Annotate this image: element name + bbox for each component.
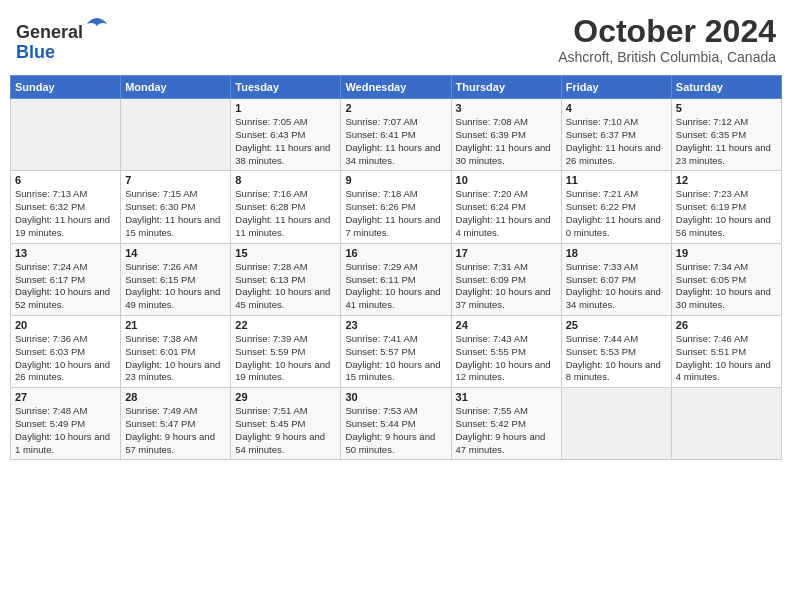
day-info: Sunrise: 7:31 AM Sunset: 6:09 PM Dayligh… (456, 261, 557, 312)
day-number: 30 (345, 391, 446, 403)
day-number: 7 (125, 174, 226, 186)
day-info: Sunrise: 7:12 AM Sunset: 6:35 PM Dayligh… (676, 116, 777, 167)
calendar-cell: 19Sunrise: 7:34 AM Sunset: 6:05 PM Dayli… (671, 243, 781, 315)
day-number: 18 (566, 247, 667, 259)
day-number: 17 (456, 247, 557, 259)
day-number: 10 (456, 174, 557, 186)
day-number: 29 (235, 391, 336, 403)
logo: General Blue (16, 14, 109, 63)
day-info: Sunrise: 7:28 AM Sunset: 6:13 PM Dayligh… (235, 261, 336, 312)
calendar-cell: 10Sunrise: 7:20 AM Sunset: 6:24 PM Dayli… (451, 171, 561, 243)
page-header: General Blue October 2024 Ashcroft, Brit… (10, 10, 782, 69)
day-info: Sunrise: 7:10 AM Sunset: 6:37 PM Dayligh… (566, 116, 667, 167)
calendar-cell: 2Sunrise: 7:07 AM Sunset: 6:41 PM Daylig… (341, 99, 451, 171)
day-info: Sunrise: 7:43 AM Sunset: 5:55 PM Dayligh… (456, 333, 557, 384)
day-info: Sunrise: 7:33 AM Sunset: 6:07 PM Dayligh… (566, 261, 667, 312)
calendar-cell: 8Sunrise: 7:16 AM Sunset: 6:28 PM Daylig… (231, 171, 341, 243)
calendar-cell: 24Sunrise: 7:43 AM Sunset: 5:55 PM Dayli… (451, 315, 561, 387)
calendar-table: SundayMondayTuesdayWednesdayThursdayFrid… (10, 75, 782, 460)
day-number: 14 (125, 247, 226, 259)
day-info: Sunrise: 7:36 AM Sunset: 6:03 PM Dayligh… (15, 333, 116, 384)
calendar-cell: 27Sunrise: 7:48 AM Sunset: 5:49 PM Dayli… (11, 388, 121, 460)
calendar-cell: 11Sunrise: 7:21 AM Sunset: 6:22 PM Dayli… (561, 171, 671, 243)
weekday-header: Friday (561, 76, 671, 99)
logo-bird-icon (85, 14, 109, 38)
calendar-cell (671, 388, 781, 460)
title-block: October 2024 Ashcroft, British Columbia,… (558, 14, 776, 65)
day-info: Sunrise: 7:07 AM Sunset: 6:41 PM Dayligh… (345, 116, 446, 167)
day-number: 11 (566, 174, 667, 186)
calendar-cell: 13Sunrise: 7:24 AM Sunset: 6:17 PM Dayli… (11, 243, 121, 315)
logo-general: General (16, 22, 83, 42)
day-number: 5 (676, 102, 777, 114)
day-number: 8 (235, 174, 336, 186)
calendar-cell: 3Sunrise: 7:08 AM Sunset: 6:39 PM Daylig… (451, 99, 561, 171)
day-number: 6 (15, 174, 116, 186)
day-info: Sunrise: 7:20 AM Sunset: 6:24 PM Dayligh… (456, 188, 557, 239)
day-number: 28 (125, 391, 226, 403)
calendar-cell: 23Sunrise: 7:41 AM Sunset: 5:57 PM Dayli… (341, 315, 451, 387)
day-info: Sunrise: 7:26 AM Sunset: 6:15 PM Dayligh… (125, 261, 226, 312)
day-number: 25 (566, 319, 667, 331)
calendar-week-row: 13Sunrise: 7:24 AM Sunset: 6:17 PM Dayli… (11, 243, 782, 315)
day-number: 2 (345, 102, 446, 114)
day-number: 31 (456, 391, 557, 403)
day-info: Sunrise: 7:13 AM Sunset: 6:32 PM Dayligh… (15, 188, 116, 239)
calendar-cell: 28Sunrise: 7:49 AM Sunset: 5:47 PM Dayli… (121, 388, 231, 460)
day-info: Sunrise: 7:41 AM Sunset: 5:57 PM Dayligh… (345, 333, 446, 384)
calendar-cell: 18Sunrise: 7:33 AM Sunset: 6:07 PM Dayli… (561, 243, 671, 315)
day-number: 13 (15, 247, 116, 259)
day-info: Sunrise: 7:05 AM Sunset: 6:43 PM Dayligh… (235, 116, 336, 167)
day-number: 27 (15, 391, 116, 403)
calendar-week-row: 27Sunrise: 7:48 AM Sunset: 5:49 PM Dayli… (11, 388, 782, 460)
day-info: Sunrise: 7:24 AM Sunset: 6:17 PM Dayligh… (15, 261, 116, 312)
day-number: 22 (235, 319, 336, 331)
day-info: Sunrise: 7:23 AM Sunset: 6:19 PM Dayligh… (676, 188, 777, 239)
calendar-cell: 31Sunrise: 7:55 AM Sunset: 5:42 PM Dayli… (451, 388, 561, 460)
calendar-cell: 7Sunrise: 7:15 AM Sunset: 6:30 PM Daylig… (121, 171, 231, 243)
day-number: 21 (125, 319, 226, 331)
day-number: 26 (676, 319, 777, 331)
calendar-cell: 14Sunrise: 7:26 AM Sunset: 6:15 PM Dayli… (121, 243, 231, 315)
day-number: 12 (676, 174, 777, 186)
weekday-header: Sunday (11, 76, 121, 99)
weekday-header: Wednesday (341, 76, 451, 99)
day-number: 1 (235, 102, 336, 114)
day-number: 24 (456, 319, 557, 331)
calendar-cell (561, 388, 671, 460)
day-info: Sunrise: 7:46 AM Sunset: 5:51 PM Dayligh… (676, 333, 777, 384)
day-number: 3 (456, 102, 557, 114)
month-title: October 2024 (558, 14, 776, 49)
weekday-header: Monday (121, 76, 231, 99)
day-info: Sunrise: 7:34 AM Sunset: 6:05 PM Dayligh… (676, 261, 777, 312)
day-number: 4 (566, 102, 667, 114)
day-info: Sunrise: 7:44 AM Sunset: 5:53 PM Dayligh… (566, 333, 667, 384)
calendar-cell: 17Sunrise: 7:31 AM Sunset: 6:09 PM Dayli… (451, 243, 561, 315)
day-number: 9 (345, 174, 446, 186)
calendar-cell: 5Sunrise: 7:12 AM Sunset: 6:35 PM Daylig… (671, 99, 781, 171)
day-info: Sunrise: 7:53 AM Sunset: 5:44 PM Dayligh… (345, 405, 446, 456)
day-info: Sunrise: 7:29 AM Sunset: 6:11 PM Dayligh… (345, 261, 446, 312)
day-info: Sunrise: 7:38 AM Sunset: 6:01 PM Dayligh… (125, 333, 226, 384)
calendar-week-row: 20Sunrise: 7:36 AM Sunset: 6:03 PM Dayli… (11, 315, 782, 387)
day-info: Sunrise: 7:18 AM Sunset: 6:26 PM Dayligh… (345, 188, 446, 239)
calendar-cell: 20Sunrise: 7:36 AM Sunset: 6:03 PM Dayli… (11, 315, 121, 387)
day-info: Sunrise: 7:15 AM Sunset: 6:30 PM Dayligh… (125, 188, 226, 239)
weekday-header: Tuesday (231, 76, 341, 99)
calendar-cell: 26Sunrise: 7:46 AM Sunset: 5:51 PM Dayli… (671, 315, 781, 387)
day-info: Sunrise: 7:16 AM Sunset: 6:28 PM Dayligh… (235, 188, 336, 239)
calendar-cell: 4Sunrise: 7:10 AM Sunset: 6:37 PM Daylig… (561, 99, 671, 171)
weekday-header: Thursday (451, 76, 561, 99)
calendar-cell: 25Sunrise: 7:44 AM Sunset: 5:53 PM Dayli… (561, 315, 671, 387)
calendar-cell: 6Sunrise: 7:13 AM Sunset: 6:32 PM Daylig… (11, 171, 121, 243)
calendar-cell: 1Sunrise: 7:05 AM Sunset: 6:43 PM Daylig… (231, 99, 341, 171)
calendar-cell: 16Sunrise: 7:29 AM Sunset: 6:11 PM Dayli… (341, 243, 451, 315)
calendar-cell (121, 99, 231, 171)
weekday-header: Saturday (671, 76, 781, 99)
calendar-cell: 15Sunrise: 7:28 AM Sunset: 6:13 PM Dayli… (231, 243, 341, 315)
calendar-cell: 29Sunrise: 7:51 AM Sunset: 5:45 PM Dayli… (231, 388, 341, 460)
day-info: Sunrise: 7:21 AM Sunset: 6:22 PM Dayligh… (566, 188, 667, 239)
calendar-cell (11, 99, 121, 171)
day-number: 15 (235, 247, 336, 259)
weekday-header-row: SundayMondayTuesdayWednesdayThursdayFrid… (11, 76, 782, 99)
